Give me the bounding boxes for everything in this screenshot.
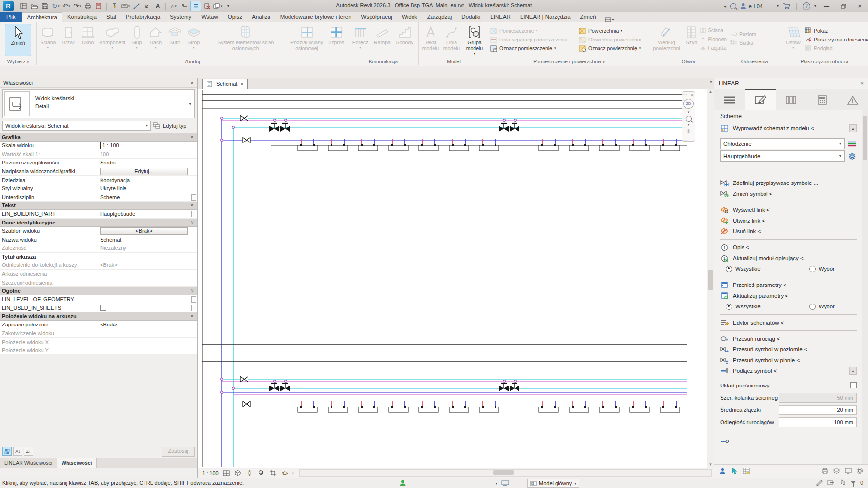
undo-icon[interactable]: ↶▾ (62, 1, 71, 11)
edit-type-button[interactable]: Edytuj typ (153, 121, 195, 131)
tab-zarzadzaj[interactable]: Zarządzaj (422, 12, 457, 22)
redo-icon[interactable]: ↷▾ (72, 1, 82, 11)
model-group-button[interactable]: Grupa modelu▾ (462, 24, 487, 56)
set-workplane-button[interactable]: Ustaw▾ (782, 24, 805, 56)
apply-button[interactable]: Zastosuj (162, 447, 195, 457)
show-workplane-button[interactable]: Pokaż (805, 26, 864, 35)
type-selector-chevron-icon[interactable]: ▾ (189, 102, 191, 106)
stair-button[interactable]: Schody (393, 24, 416, 56)
property-row-dziedzina[interactable]: DziedzinaKoordynacja (0, 176, 197, 184)
navbar-close-icon[interactable]: ⊗ (690, 93, 694, 97)
show-link-button[interactable]: Wyświetl link < (720, 204, 857, 215)
linear-tab-warnings[interactable] (837, 89, 868, 110)
property-row-unterdisziplin[interactable]: UnterdisziplinScheme (0, 193, 197, 202)
label-3d-icon[interactable]: ⌀ (142, 1, 152, 11)
section-dane-identyfikacyjne[interactable]: Dane identyfikacyjne« (0, 219, 197, 227)
linear-grid-icon[interactable] (742, 467, 750, 475)
tab-analiza[interactable]: Analiza (247, 12, 275, 22)
back-icon[interactable]: ◂ (724, 4, 726, 9)
search-icon[interactable] (730, 3, 736, 9)
detail-level-icon[interactable] (222, 469, 230, 477)
opening-by-face-button[interactable]: Według powierzchni (650, 24, 682, 56)
close-hidden-windows-icon[interactable] (202, 1, 212, 11)
pin-icon[interactable] (110, 1, 120, 11)
scheme-editor-button[interactable]: Edytor schematów < (720, 317, 857, 328)
property-row-nadpisania[interactable]: Nadpisania widoczności/grafikiEdytuj... (0, 167, 197, 176)
account-menu[interactable]: e-L04 ▾ (740, 3, 779, 9)
sublist-scroll-up-icon[interactable]: ▲ (849, 367, 857, 375)
tag-room-button[interactable]: Oznacz pomieszczenie▾ (490, 44, 579, 52)
section-icon[interactable] (180, 1, 189, 11)
curtain-grid-button[interactable]: Podział ściany osłonowej (288, 24, 326, 56)
ribbon-display-toggle[interactable]: ▾ (601, 17, 618, 22)
associate-parameter-button[interactable] (191, 194, 196, 201)
scale-input[interactable]: 1 : 100 (100, 142, 188, 149)
tab-zmien[interactable]: Zmień (576, 12, 601, 22)
panel-label-model[interactable]: Model (419, 59, 489, 65)
open-icon[interactable] (29, 1, 39, 11)
minimize-button[interactable]: — (820, 1, 833, 11)
tab-opisz[interactable]: Opisz (223, 12, 247, 22)
radio-all[interactable] (726, 266, 732, 272)
room-button[interactable]: Pomieszczenie▾ (490, 26, 579, 35)
update-annotation-button[interactable]: 1 Aktualizuj moduł opisujący < (720, 253, 857, 264)
associate-parameter-button[interactable] (191, 211, 196, 217)
panel-label-datum[interactable]: Odniesienia (728, 59, 781, 65)
scroll-down-icon[interactable]: ▼ (707, 462, 714, 468)
fitting-diameter-field[interactable]: 20 mm (779, 405, 857, 415)
opening-dormer-button[interactable]: Facjatka (700, 44, 727, 52)
update-params-button[interactable]: Aktualizuj parametry < (720, 290, 857, 301)
linear-monitor-icon[interactable] (844, 467, 852, 475)
tab-konstrukcja[interactable]: Konstrukcja (62, 12, 102, 22)
tab-systemy[interactable]: Systemy (165, 12, 196, 22)
type-selector[interactable]: Widok kreślarski Detail ▾ (2, 89, 195, 118)
railing-button[interactable]: Poręcz▾ (349, 24, 372, 56)
mullion-button[interactable]: Szpros (326, 24, 347, 56)
transfer-params-button[interactable]: Przenieś parametry < (720, 280, 857, 290)
panel-label-workplane[interactable]: Płaszczyzna robocza (781, 59, 868, 65)
collapse-icon[interactable]: ▲ (849, 124, 857, 132)
visual-style-icon[interactable] (234, 469, 242, 477)
reveal-hidden-icon[interactable] (281, 469, 289, 477)
section-ogolne[interactable]: Ogólne« (0, 287, 197, 295)
sort-descending-icon[interactable]: Z↓ (24, 447, 33, 456)
help-icon[interactable]: ? (803, 2, 810, 10)
move-pipe-button[interactable]: Przesuń rurociąg < (720, 333, 857, 344)
tab-modelowanie[interactable]: Modelowanie bryłowe i teren (275, 12, 356, 22)
opening-wall-button[interactable]: Ściana (700, 26, 727, 35)
navbar-zoom-chevron-icon[interactable]: ▾ (688, 123, 690, 127)
design-option-select[interactable]: Model główny ▾ (527, 479, 579, 488)
tag-area-button[interactable]: Oznacz powierzchnię▾ (579, 44, 647, 52)
associate-parameter-button[interactable] (191, 296, 196, 303)
property-row-tytul-arkusza[interactable]: Tytuł arkusza (0, 253, 197, 262)
crop-view-icon[interactable] (269, 469, 277, 477)
roof-button[interactable]: Dach▾ (146, 24, 165, 56)
element-filter-select[interactable]: Widok kreślarski: Schemat ▾ (2, 121, 151, 131)
home-view-icon[interactable]: ⌂▾ (169, 1, 179, 11)
linear-scrollbar[interactable] (862, 110, 868, 465)
customize-qat-icon[interactable]: ▾ (224, 1, 233, 11)
derive-scheme-button[interactable]: Wyprowadź schemat z modelu < ▲ (720, 123, 857, 134)
property-row-nazwa-widoku[interactable]: Nazwa widokuSchemat (0, 235, 197, 244)
section-grafika[interactable]: Grafika« (0, 133, 197, 142)
sort-default-icon[interactable] (2, 447, 12, 456)
property-row-szablon-widoku[interactable]: Szablon widoku<Brak> (0, 227, 197, 236)
communicator-icon[interactable] (399, 479, 406, 486)
navbar-options-icon[interactable]: ◎ (687, 128, 691, 133)
door-button[interactable]: Drzwi (59, 24, 78, 56)
clipped-action-row[interactable] (720, 436, 857, 447)
curtain-system-button[interactable]: System elementów ścian osłonowych (204, 24, 288, 56)
wall-button[interactable]: Ściana▾ (38, 24, 59, 56)
change-symbol-button[interactable]: Zmień symbol < (720, 188, 857, 199)
connect-symbol-button[interactable]: Podłącz symbol < ▲ (720, 366, 857, 376)
move-symbol-horizontal-button[interactable]: Przesuń symbol w poziomie < (720, 344, 857, 355)
close-button[interactable]: × (853, 1, 866, 11)
scheme-colors-icon[interactable] (848, 141, 857, 147)
revit-logo-icon[interactable]: R (3, 1, 14, 11)
properties-icon[interactable] (19, 1, 28, 11)
building-icon[interactable] (848, 152, 857, 160)
editable-only-icon[interactable] (816, 479, 823, 486)
vertical-scroll-thumb[interactable] (708, 270, 713, 290)
zoom-icon[interactable] (686, 116, 692, 122)
tab-architektura[interactable]: Architektura (22, 12, 62, 22)
